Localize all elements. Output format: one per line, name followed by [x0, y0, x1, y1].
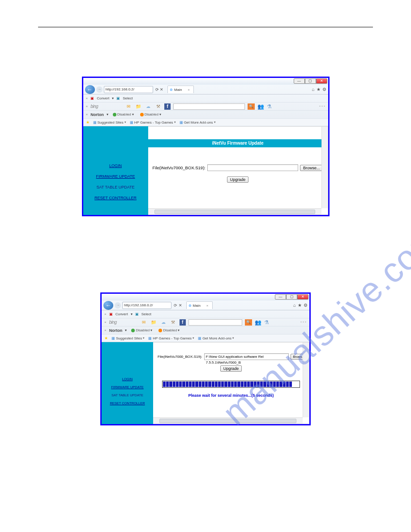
toolbar-overflow-icon[interactable]: ∘∘∘	[300, 320, 307, 324]
tab-close-icon[interactable]: ×	[206, 302, 209, 309]
select-button[interactable]: Select	[141, 312, 151, 316]
horizontal-scrollbar[interactable]	[153, 417, 303, 424]
search-button[interactable]: 🔍	[245, 319, 252, 326]
upgrade-button[interactable]: Upgrade	[227, 176, 249, 183]
gear-icon[interactable]: ⚙	[304, 303, 308, 308]
tab-close-icon[interactable]: ×	[188, 86, 190, 93]
sidebar-item-login[interactable]: LOGIN	[122, 377, 133, 381]
screenshot-firmware-progress: — ▢ ✕ ← → http://192.168.0.2/ ⟳ ✕ ⊜ Main…	[100, 292, 311, 425]
file-label: File(iNetVu7000_BOX.S19):	[153, 165, 206, 170]
toolbar-ext-icon-2[interactable]: ⚗	[267, 103, 272, 110]
search-button[interactable]: 🔍	[248, 103, 255, 110]
sidebar-item-reset[interactable]: RESET CONTROLLER	[110, 401, 145, 405]
firmware-form: File(iNetVu7000_BOX.S19): Browse... Upgr…	[148, 147, 328, 187]
browser-chrome: — ▢ ✕ ← → http://192.168.0.2/ ⟳ ✕ ⊜ Main…	[83, 78, 328, 126]
convert-icon: ▣	[90, 96, 94, 100]
refresh-stop-icons[interactable]: ⟳ ✕	[154, 87, 165, 92]
minimize-button[interactable]: —	[294, 78, 305, 84]
get-addons-link[interactable]: ▦Get More Add-ons▾	[198, 336, 234, 340]
content-area: File(iNetVu7000_BOX.S19): F:\New GUI app…	[153, 342, 309, 424]
address-bar: ← → http://192.168.0.2/ ⟳ ✕ ⊜ Main × ⌂ ★…	[83, 85, 328, 94]
toolbar-search-input[interactable]	[173, 103, 245, 110]
url-input[interactable]: http://192.168.0.2/	[104, 86, 153, 93]
gear-icon[interactable]: ⚙	[322, 87, 326, 92]
facebook-icon[interactable]: f	[164, 103, 171, 110]
toolbar-settings-icon[interactable]: ⚒	[170, 319, 177, 326]
sidebar-item-sat-table[interactable]: SAT TABLE UPDATE	[96, 185, 134, 189]
suggested-sites-link[interactable]: ▦Suggested Sites▾	[93, 120, 126, 124]
favorites-icon[interactable]: ★	[86, 120, 90, 124]
browser-tab[interactable]: ⊜ Main ×	[167, 86, 194, 93]
hp-games-link[interactable]: ▦HP Games - Top Games▾	[148, 336, 194, 340]
browse-button[interactable]: Browse...	[300, 165, 323, 171]
orange-dot-icon	[158, 329, 162, 332]
norton-status-1[interactable]: Disabled▾	[129, 328, 154, 332]
favorites-icon[interactable]: ★	[104, 336, 108, 340]
close-button[interactable]: ✕	[316, 78, 327, 84]
toolbar-close-icon[interactable]: ×	[86, 96, 88, 100]
messages-icon[interactable]: ✉	[140, 319, 147, 326]
browser-tab[interactable]: ⊜ Main ×	[186, 301, 213, 309]
minimize-button[interactable]: —	[275, 294, 286, 300]
back-button[interactable]: ←	[103, 301, 113, 310]
refresh-stop-icons[interactable]: ⟳ ✕	[173, 303, 183, 308]
wait-message: Please wait for several minutes...(5 sec…	[158, 393, 304, 398]
forward-button[interactable]: →	[115, 302, 121, 309]
select-button[interactable]: Select	[123, 96, 133, 100]
sidebar-item-firmware[interactable]: FIRMWARE UPDATE	[111, 385, 144, 389]
norton-status-1[interactable]: Disabled▾	[111, 112, 136, 116]
toolbar-ext-icon-1[interactable]: 👥	[255, 319, 261, 326]
home-icon[interactable]: ⌂	[312, 87, 314, 92]
facebook-icon[interactable]: f	[180, 319, 186, 326]
convert-button[interactable]: Convert	[116, 312, 128, 316]
upgrade-button[interactable]: Upgrade	[220, 365, 242, 372]
toolbar-ext-icon-1[interactable]: 👥	[257, 103, 264, 110]
favorites-star-icon[interactable]: ★	[317, 87, 321, 92]
maximize-button[interactable]: ▢	[286, 294, 297, 300]
toolbar-overflow-icon[interactable]: ∘∘∘	[319, 104, 325, 108]
toolbar-close-icon[interactable]: ×	[104, 328, 107, 332]
sidebar-item-reset[interactable]: RESET CONTROLLER	[94, 196, 137, 200]
horizontal-scrollbar[interactable]	[148, 208, 321, 215]
toolbar-ext-icon-2[interactable]: ⚗	[264, 319, 269, 326]
get-addons-link[interactable]: ▦Get More Add-ons▾	[180, 120, 216, 124]
toolbar-close-icon[interactable]: ×	[86, 112, 88, 116]
top-divider	[38, 27, 373, 27]
forward-button[interactable]: →	[96, 86, 103, 93]
convert-toolbar: × ▣ Convert ▾ ▣ Select	[102, 310, 309, 318]
toolbar-search-input[interactable]	[188, 319, 242, 326]
scrollbar-thumb[interactable]	[159, 419, 296, 423]
toolbar-close-icon[interactable]: ×	[104, 320, 107, 324]
bing-logo: bing	[90, 104, 98, 109]
hp-games-link[interactable]: ▦HP Games - Top Games▾	[130, 120, 176, 124]
scrollbar-thumb[interactable]	[154, 210, 315, 214]
sidebar-item-login[interactable]: LOGIN	[109, 163, 122, 168]
weather-icon[interactable]: ☁	[160, 319, 167, 326]
toolbar-close-icon[interactable]: ×	[104, 312, 107, 316]
norton-status-2[interactable]: Disabled▾	[138, 112, 163, 116]
toolbar-settings-icon[interactable]: ⚒	[154, 103, 162, 110]
file-path-input[interactable]: F:\New GUI application software Rel 7.5.…	[204, 353, 289, 360]
back-button[interactable]: ←	[85, 85, 95, 94]
maximize-button[interactable]: ▢	[305, 78, 316, 84]
home-icon[interactable]: ⌂	[293, 303, 296, 308]
file-path-input[interactable]	[207, 164, 298, 171]
vertical-scrollbar[interactable]	[321, 127, 328, 208]
url-input[interactable]: http://192.168.0.2/	[122, 302, 171, 309]
convert-button[interactable]: Convert	[97, 96, 109, 100]
site-icon: ▦	[93, 120, 97, 124]
window-controls: — ▢ ✕	[275, 294, 308, 300]
suggested-sites-link[interactable]: ▦Suggested Sites▾	[111, 336, 145, 340]
folder-icon[interactable]: 📁	[150, 319, 157, 326]
favorites-star-icon[interactable]: ★	[298, 303, 302, 308]
weather-icon[interactable]: ☁	[145, 103, 152, 110]
messages-icon[interactable]: ✉	[125, 103, 132, 110]
vertical-scrollbar[interactable]	[303, 343, 309, 417]
folder-icon[interactable]: 📁	[135, 103, 142, 110]
toolbar-close-icon[interactable]: ×	[86, 104, 88, 108]
sidebar-item-sat-table[interactable]: SAT TABLE UPDATE	[111, 393, 143, 397]
sidebar-item-firmware[interactable]: FIRMWARE UPDATE	[96, 174, 135, 179]
back-arrow-icon: ←	[87, 86, 93, 93]
close-button[interactable]: ✕	[297, 294, 308, 300]
norton-status-2[interactable]: Disabled▾	[157, 328, 181, 332]
